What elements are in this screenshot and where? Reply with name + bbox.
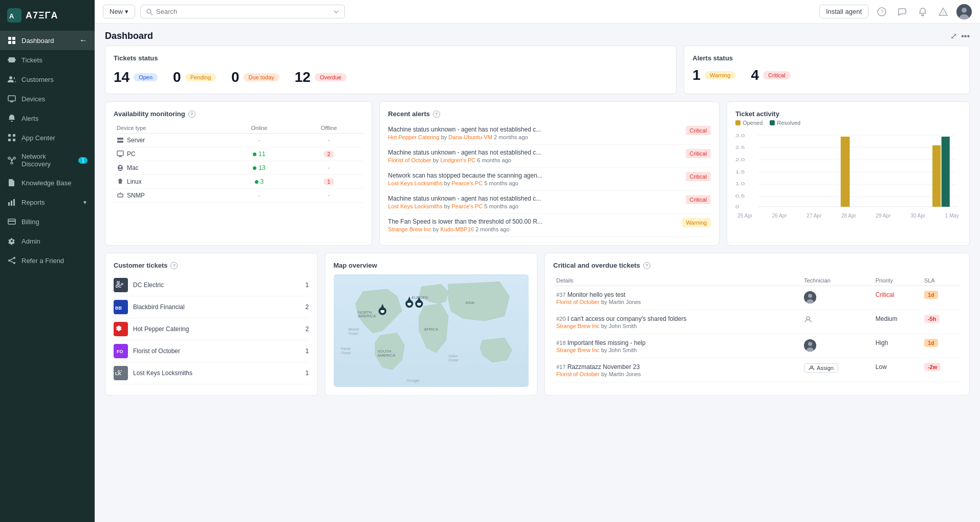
app-logo[interactable]: A A7ΞΓA [0,0,95,31]
alert-device-4[interactable]: Pearce's PC [451,203,483,209]
chart-svg: 0 0.5 1.0 1.5 2.0 2.5 3.0 [735,130,961,212]
sidebar-label-alerts: Alerts [21,115,88,122]
availability-title: Availability monitoring ? [114,110,363,118]
logo-icon: A [7,8,21,23]
sidebar-item-knowledge-base[interactable]: Knowledge Base [0,173,95,192]
stat-warning-number: 1 [692,67,701,83]
alert-company-4[interactable]: Lost Keys Locksmiths [388,203,442,209]
main-content: New ▾ Install agent ? ! [95,0,980,522]
ticket-id-1: #20 [556,316,565,322]
stat-warning: 1 Warning [692,67,735,83]
svg-point-11 [11,159,13,161]
sidebar-item-alerts[interactable]: Alerts [0,108,95,128]
sidebar-item-refer[interactable]: Refer a Friend [0,251,95,270]
alert-device-5[interactable]: Kudo-MBP16 [440,226,473,232]
svg-marker-68 [407,296,412,302]
sidebar-item-dashboard[interactable]: Dashboard ← [0,31,95,50]
critical-row-1: #20 I can't access our company's shared … [554,311,960,334]
customer-tickets-title: Customer tickets ? [114,262,309,269]
sidebar-item-app-center[interactable]: App Center [0,128,95,147]
alert-severity-5: Warning [682,218,711,227]
svg-point-92 [811,366,813,368]
chat-icon[interactable] [895,5,909,19]
network-icon [7,156,16,165]
customer-name-4: Lost Keys Locksmiths [133,369,300,377]
sidebar-item-network-discovery[interactable]: Network Discovery 1 [0,147,95,173]
sidebar-item-billing[interactable]: Billing [0,212,95,231]
svg-text:✽: ✽ [116,324,122,333]
more-options-button[interactable]: ••• [961,31,970,41]
critical-col-technician: Technician [802,275,873,286]
alert-company-2[interactable]: Florist of October [388,157,431,163]
expand-button[interactable]: ⤢ [950,31,957,41]
logo-text: A7ΞΓA [26,10,58,21]
warning-topbar-icon[interactable]: ! [936,5,950,19]
network-discovery-badge: 1 [78,157,88,164]
alert-device-1[interactable]: Dana-Ubuntu-VM [448,134,492,140]
svg-rect-5 [12,41,15,44]
svg-point-14 [11,162,13,164]
svg-rect-4 [8,41,11,44]
svg-point-25 [13,262,15,264]
alert-item-1: Machine status unknown - agent has not e… [388,122,711,145]
ticket-company-3[interactable]: Florist of October [556,371,599,377]
stat-due-badge: Due today [244,73,279,81]
svg-text:FO: FO [117,349,123,354]
alerts-status-stats: 1 Warning 4 Critical [692,67,961,83]
svg-text:Ocean: Ocean [341,351,351,355]
svg-text:Indian: Indian [448,354,458,358]
ticket-icon [7,55,16,64]
customer-list: DC DC Electric 1 BB Blackbird Financial … [114,274,309,384]
stat-overdue: 12 Overdue [295,69,346,85]
svg-text:A: A [9,12,14,20]
chart-x-labels: 25 Apr 26 Apr 27 Apr 28 Apr 29 Apr 30 Ap… [735,213,961,219]
svg-rect-18 [8,202,10,206]
alert-company-1[interactable]: Hot Pepper Catering [388,134,439,140]
svg-text:!: ! [943,11,944,15]
bell-icon [7,114,16,123]
alert-company-5[interactable]: Strange Brew Inc [388,226,431,232]
avail-row-snmp: SNMP - - [114,189,363,203]
sidebar-item-admin[interactable]: Admin [0,231,95,251]
customer-count-0: 1 [306,281,309,289]
svg-rect-10 [13,139,15,141]
question-icon[interactable]: ? [875,5,889,19]
sidebar-item-customers[interactable]: Customers [0,70,95,89]
legend-resolved-dot [770,120,775,125]
sidebar-item-devices[interactable]: Devices [0,89,95,108]
bell-topbar-icon[interactable] [916,5,930,19]
customer-logo-0: DC [114,278,128,292]
ticket-priority-0: Critical [874,287,921,310]
svg-text:LK: LK [115,371,121,376]
sidebar-item-reports[interactable]: Reports ▼ [0,192,95,212]
install-agent-button[interactable]: Install agent [819,5,868,18]
sidebar-item-tickets[interactable]: Tickets [0,50,95,70]
row-middle: Availability monitoring ? Device type On… [105,101,970,246]
svg-text:AFRICA: AFRICA [424,327,439,332]
user-avatar[interactable] [956,4,972,19]
snmp-icon [117,192,124,199]
svg-point-24 [8,259,10,262]
new-button[interactable]: New ▾ [103,5,135,18]
settings-icon [7,236,16,246]
alert-device-2[interactable]: Lindgren's PC [440,157,475,163]
customer-count-4: 1 [306,369,309,377]
ticket-company-0[interactable]: Florist of October [556,299,599,305]
alert-company-3[interactable]: Lost Keys Locksmiths [388,180,442,186]
alert-device-3[interactable]: Pearce's PC [451,180,483,186]
search-input[interactable] [156,8,330,15]
search-bar[interactable] [140,5,345,18]
row-bottom: Customer tickets ? DC DC Electric 1 BB [105,253,970,396]
customer-item-1: BB Blackbird Financial 2 [114,296,309,318]
pc-icon [117,150,124,158]
ticket-company-1[interactable]: Strange Brew Inc [556,323,599,329]
ticket-company-2[interactable]: Strange Brew Inc [556,347,599,353]
svg-text:Pacific: Pacific [341,347,351,351]
svg-point-88 [807,317,810,320]
critical-tickets-card: Critical and overdue tickets ? Details T… [545,253,970,396]
svg-line-26 [10,258,13,260]
stat-open: 14 Open [114,69,158,85]
sidebar-label-devices: Devices [21,95,88,103]
assign-button-3[interactable]: Assign [804,363,838,373]
ticket-sla-1: -5h [924,315,940,323]
